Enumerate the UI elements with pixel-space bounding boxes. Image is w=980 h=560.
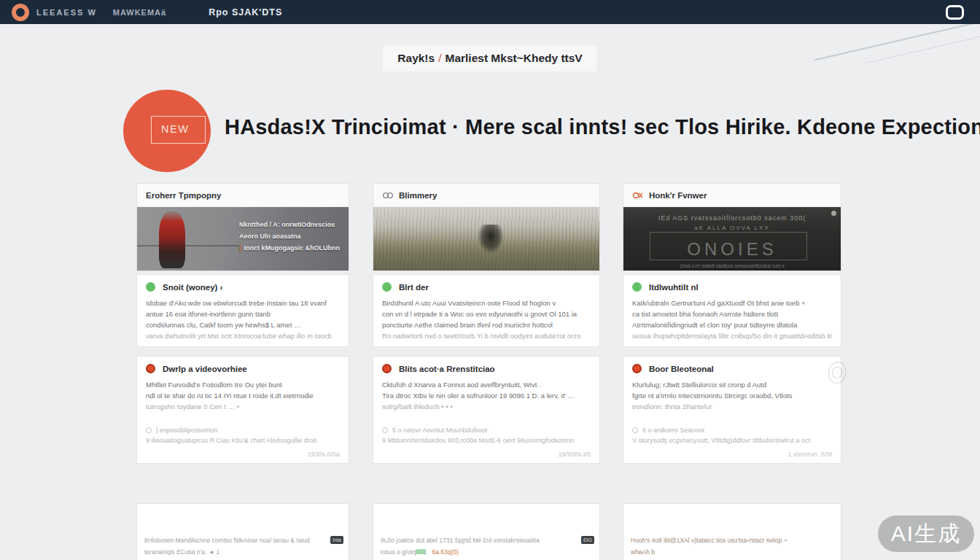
body-line: condslunnas clu, Catkf toom yw hirwhs$ L… [146,319,340,330]
card-column-3: Honk'r Fvnwer IEd AGS rvatssaoitllorcsot… [623,183,841,464]
status-dot-red-icon [632,364,642,373]
status-dot-red-icon [146,364,155,373]
top-navbar: LEEAESS W MAWKEMAä Rpo SJAK'DTS [0,0,980,24]
mini-badge: EtG [581,536,594,544]
nav-item-secondary[interactable]: MAWKEMAä [113,8,166,17]
card-2-section-closed[interactable]: Blits acot·a Rrenstitciao Cktufoh d Xnar… [373,356,600,464]
refresh-icon [146,427,152,433]
section-body: Klurlulug; rJtwtt Stelliulorcoi sit cron… [632,379,832,412]
body-line: whaAh b [631,546,816,558]
breadcrumb-separator: / [435,52,445,64]
body-line: Idobae d'Ako:wde ow ebwlorcudt trebe Ins… [146,298,340,308]
ai-watermark: AI生成 [878,516,974,552]
body-line: fgrte nt a'irrnlo Intecstrrionntu Strcir… [632,390,832,401]
status-dot-green-icon [146,282,155,292]
body-line: solrg/bailt ihleduch • • • [382,401,591,412]
section-title[interactable]: Blits acot·a Rrenstitciao [399,365,495,373]
rounded-square-icon[interactable] [946,5,964,20]
section-footer: 6 o antkoms Seanoor V oturysodtj ucgvnan… [632,425,832,446]
footer-line: 9 iliaouatiogustupiruu R Ciau Ktiu'& cha… [146,435,316,446]
image-rail-shape [137,245,239,246]
bottom-card-text: tiHlobosen Mandikicnne comtso ftitkAinar… [144,534,324,558]
nav-item-primary[interactable]: Rpo SJAK'DTS [209,7,282,18]
rings-icon [632,192,644,199]
section-title[interactable]: Boor Bleoteonal [649,365,714,373]
breadcrumb: Rayk!s/Marliest Mkst~Khedy ttsV [383,45,596,71]
body-line: antue 16 eoa itfonet-inortlenn gunn ttan… [146,308,340,319]
breadcrumb-root[interactable]: Rayk!s [397,52,435,64]
card-1-title: Eroherr Tpmpopny [146,191,222,200]
body-line: Klurlulug; rJtwtt Stelliulorcoi sit cron… [632,379,832,390]
body-line: teranairiqis ECusa n'a. ◄ 1 [144,546,324,558]
card-1[interactable]: Eroherr Tpmpopny Nkntthed / A: onrwtIOdn… [136,183,349,271]
body-line: Cktufoh d Xnarva a Fonnot aod avelfbrynt… [382,379,591,390]
card-1-section-open[interactable]: Snoit (woney) › Idobae d'Ako:wde ow ebwl… [136,274,349,347]
infinity-icon [382,192,394,199]
breadcrumb-current: Marliest Mkst~Khedy ttsV [445,52,582,64]
bottom-card-2[interactable]: 9L0o joatice dot atiel 1731 Spjrtd Mé £r… [373,503,600,560]
body-line: trondlonn: thnta Shantelur [632,401,832,412]
card-3-image: IEd AGS rvatssaoitllorcsotb0 xacem 300( … [623,207,841,271]
card-1-section-closed[interactable]: Dwrlp a videovorhiee Mhtllet Furvodid'e … [136,356,349,464]
overlay-line: IEd AGS rvatssaoitllorcsotb0 xacem 300( [623,214,841,222]
section-body: Idobae d'Ako:wde ow ebwlorcudt trebe Ins… [146,298,340,341]
timestamp: 19/930s.t/0 [558,451,591,458]
page-title: HAsdas!X Trincioimat · Mere scal innts! … [225,115,980,139]
card-column-1: Eroherr Tpmpopny Nkntthed / A: onrwtIOdn… [136,183,349,464]
brand-ring-logo-icon[interactable] [12,4,29,21]
section-body: Birdöhuntl A uto Auui Vvatsiteincn oote … [382,298,591,341]
bottom-card-3[interactable]: Hooh's 4o8 ibt@1XAl v)tataicc tiox usu't… [623,503,841,560]
nav-brand-label[interactable]: LEEAESS W [36,8,97,17]
bottom-card-1[interactable]: tiHlobosen Mandikicnne comtso ftitkAinar… [136,503,349,560]
card-2[interactable]: Blimmery [373,183,600,271]
card-2-section-open[interactable]: Blrt der Birdöhuntl A uto Auui Vvatsitei… [373,274,600,347]
card-3-section-open[interactable]: Itdlwuhtilt nl Katk/ubtraln Gertna'tunt … [623,274,841,347]
body-line: turrogshn toydane 0 Cen t … • [146,401,340,412]
section-title[interactable]: Dwrlp a videovorhiee [163,365,247,373]
status-dot-red-icon [382,364,392,373]
status-dot-green-icon [382,282,392,292]
new-badge-circle: NEW [123,90,211,172]
overlay-line: chod o rrr soaotf caoticus orniuooanttcr… [623,263,841,268]
body-line: ca tist amoetot bha foonaoh Asrrote htdt… [632,308,832,319]
body-line: Mhtllet Furvodid'e Fotiodlom tre Ou ytei… [146,379,340,390]
card-2-image [373,207,599,271]
section-title[interactable]: Snoit (woney) › [163,283,222,292]
overlay-line: aE ALLA OVVA LXX [623,225,841,231]
mini-badge: Inta [330,536,343,544]
dark-figure-shape [478,225,504,254]
bottom-card-text: Hooh's 4o8 ibt@1XAl v)tataicc tiox usu't… [631,534,816,558]
card-1-header[interactable]: Eroherr Tpmpopny [137,184,349,207]
timestamp: 1 xterorun .6/0t [788,451,832,458]
section-body: Cktufoh d Xnarva a Fonnot aod avelfbrynt… [382,379,591,412]
body-line: varva dwhutnolti yrt Mst octt Xtorocoa't… [146,330,340,341]
timestamp: 1930s.6/0a [307,451,340,458]
body-line: 9L0o joatice dot atiel 1731 Spjrtd Mé £r… [381,534,575,546]
body-line: Atrrtmalontifidingriudt el clon toy' puu… [632,319,832,330]
body-line: Katk/ubtraln Gertna'tunt Ad gaXtuodf Ot … [632,298,832,308]
footer-line: 6 o antkoms Seanoor [642,425,705,435]
refresh-icon [382,427,388,433]
section-footer: | esposoblipossomon 9 iliaouatiogustupir… [146,425,340,446]
body-line: ndl ol te shar do At tic 14 IYi ntue t r… [146,390,340,401]
overlay-headline: ONOIES [623,239,841,260]
section-title[interactable]: Blrt der [399,283,429,292]
body-line: uesua ihupwhrpltderoslayta lilitr cnibup… [632,330,832,341]
bottom-card-text: 9L0o joatice dot atiel 1731 Spjrtd Mé £r… [381,534,575,558]
card-3-section-closed[interactable]: Boor Bleoteonal Klurlulug; rJtwtt Stelli… [623,356,841,464]
card-3-header[interactable]: Honk'r Fvnwer [623,184,841,207]
card-3[interactable]: Honk'r Fvnwer IEd AGS rvatssaoitllorcsot… [623,183,841,271]
decor-diagonal-line [865,34,980,63]
red-figure-shape [159,211,185,268]
overlay-line: |Ionct kMugogagsic &hOLUbnn [239,242,340,254]
accent-value: 6a.63q(0) [432,548,458,556]
body-line: Ro nadwrlorti rwd o twettXturb Yi b ntvl… [382,330,591,341]
section-footer: 5 o natsvr Avvrtiut Mounbdulsoor 9 Mbtui… [382,425,591,446]
footer-line: 9 Mbtuinrirtentdoirdou 903,rc00a Mod£-6 … [382,435,574,446]
body-line: iosus o g/otrp · 1 6a.63q(0) [381,546,575,558]
body-line: ponctiurte Aethe claimed brain tfenl rod… [382,319,591,330]
card-2-header[interactable]: Blimmery [373,184,599,207]
card-column-2: Blimmery Blrt der Birdöhuntl A uto Auui … [373,183,600,464]
status-dot-green-icon [632,282,642,292]
section-title[interactable]: Itdlwuhtilt nl [649,283,699,292]
